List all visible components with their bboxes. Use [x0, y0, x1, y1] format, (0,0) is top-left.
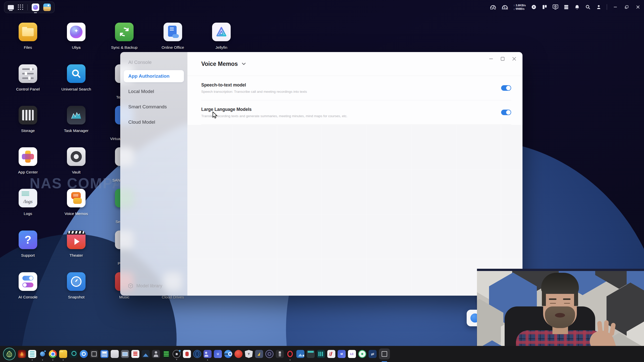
taskbar-file-explorer[interactable]	[59, 350, 67, 358]
search-icon[interactable]	[585, 4, 591, 10]
running-indicator	[63, 359, 64, 360]
taskbar-m-app[interactable]: M	[338, 350, 346, 358]
taskbar-pc-lightning-app[interactable]	[255, 350, 263, 358]
divider	[607, 4, 607, 10]
desktop-icon-ai-console[interactable]: AI Console	[13, 272, 43, 299]
toggle-large-language-models[interactable]	[501, 110, 511, 115]
taskbar-chrome-browser[interactable]	[49, 350, 57, 358]
taskbar-profile-app[interactable]	[152, 350, 160, 358]
desktop-icon-task-manager[interactable]: Task Manager	[61, 106, 91, 133]
remote-monitor-icon[interactable]	[553, 4, 558, 10]
taskbar-lc-app[interactable]: LC	[348, 350, 356, 358]
disc-icon[interactable]	[531, 4, 537, 10]
taskbar-blue-sphere-app[interactable]	[38, 350, 47, 358]
taskbar-u-app[interactable]: U	[214, 350, 222, 358]
sidebar-item-local-model[interactable]: Local Model	[124, 85, 184, 98]
uliya-app-thumbnail[interactable]	[32, 4, 39, 11]
taskbar-flame-app[interactable]	[18, 350, 26, 358]
vault-label: Vault	[72, 170, 80, 174]
taskbar-opera-browser[interactable]	[286, 350, 294, 358]
desktop-icon-sync-backup[interactable]: Sync & Backup	[109, 23, 139, 50]
network-speed[interactable]: ↑ 3.8KB/s ↓ 998B/s	[513, 4, 526, 11]
app-selector[interactable]: Voice Memos	[187, 52, 522, 76]
model-library-link[interactable]: Model library	[128, 283, 162, 289]
desktop-icon-support[interactable]: Support	[13, 231, 43, 258]
desktop-icon-snapshot[interactable]: Snapshot	[61, 272, 91, 299]
presenter-hair	[541, 273, 579, 294]
voice-memos-icon	[67, 189, 86, 207]
taskbar-teal-search-app[interactable]	[69, 350, 77, 358]
app-grid-icon[interactable]	[18, 5, 23, 10]
setting-title: Large Language Models	[201, 107, 347, 112]
ram-gauge[interactable]: RAM	[502, 4, 508, 10]
desktop-icon-universal-search[interactable]: Universal Search	[61, 64, 91, 92]
taskbar-teams-app[interactable]	[204, 350, 212, 358]
desktop-icon-theater[interactable]: Theater	[61, 231, 91, 258]
sidebar-items: App AuthorizationLocal ModelSmart Comman…	[124, 70, 184, 128]
app-center-icon	[19, 147, 37, 166]
taskbar-media-film-app[interactable]	[131, 350, 139, 358]
taskbar-frame-capture-app[interactable]	[90, 350, 98, 358]
vault-icon	[67, 147, 86, 166]
desktop-icon-files[interactable]: Files	[13, 23, 43, 50]
sidebar-item-cloud-model[interactable]: Cloud Model	[124, 116, 184, 128]
universal-search-icon	[67, 64, 86, 83]
taskbar-usb-tool-app[interactable]	[276, 350, 284, 358]
desktop-icon-voice-memos[interactable]: Voice Memos	[61, 189, 91, 216]
window-maximize-button[interactable]	[500, 56, 505, 62]
taskbar-photo-app[interactable]	[142, 350, 150, 358]
desktop-icon-logs[interactable]: /logsLogs	[13, 189, 43, 216]
presenter-brow	[563, 298, 571, 300]
window-close-button[interactable]	[511, 56, 517, 62]
taskbar-equalizer-app[interactable]	[317, 350, 325, 358]
taskbar-gli-app[interactable]: gli	[369, 350, 377, 358]
sidebar-item-smart-commands[interactable]: Smart Commands	[124, 101, 184, 113]
desktop-icon-storage[interactable]: Storage	[13, 106, 43, 133]
taskbar-shield-y-app[interactable]: Y	[245, 350, 253, 358]
taskbar-zoom-meet-app[interactable]: zm	[224, 350, 232, 358]
taskbar-calculator-app[interactable]	[307, 350, 315, 358]
taskbar-start-shell[interactable]	[3, 348, 16, 360]
cpu-gauge[interactable]: CPU	[490, 4, 496, 10]
window-minimize-button[interactable]	[488, 56, 494, 62]
server-list-icon[interactable]	[564, 4, 569, 10]
taskbar-obs-studio[interactable]	[173, 350, 181, 358]
taskbar-notepad-app[interactable]	[28, 350, 36, 358]
running-indicator	[176, 359, 177, 360]
desktop-icon-app-center[interactable]: App Center	[13, 147, 43, 174]
desktop-icon-jellyfin[interactable]: Jellyfin	[206, 23, 236, 50]
taskbar-remote-pc-app[interactable]	[121, 350, 129, 358]
taskbar-blue-zoom-app[interactable]	[80, 350, 88, 358]
taskbar-database-app[interactable]	[183, 350, 191, 358]
tray-close-button[interactable]	[635, 4, 641, 10]
gallery-app-thumbnail[interactable]	[43, 4, 51, 11]
bell-icon[interactable]	[574, 4, 580, 10]
taskbar-red-mark-app[interactable]	[327, 350, 335, 358]
zoom-meet-app-glyph: zm	[224, 352, 228, 355]
taskbar-globe-network-app[interactable]	[193, 350, 201, 358]
online-office-icon	[164, 23, 182, 41]
desktop-icon-online-office[interactable]: Online Office	[158, 23, 188, 50]
sidebar-item-app-authorization[interactable]: App Authorization	[124, 70, 184, 82]
taskbar-rings-app[interactable]	[265, 350, 273, 358]
lc-app-glyph: LC	[350, 353, 353, 355]
sync-backup-icon	[115, 23, 134, 41]
show-desktop-icon[interactable]	[8, 5, 14, 10]
desktop-icon-uliya[interactable]: Uliya	[61, 23, 91, 50]
taskbar-active-capture-app[interactable]	[379, 348, 390, 359]
panels-icon[interactable]	[542, 4, 547, 10]
storage-label: Storage	[21, 128, 35, 133]
taskbar-white-box-app[interactable]	[111, 350, 119, 358]
taskbar-green-q-app[interactable]	[358, 350, 366, 358]
taskbar-image-viewer-app[interactable]	[296, 350, 304, 358]
taskbar-red-orb-app[interactable]	[234, 350, 243, 358]
user-icon[interactable]	[596, 4, 601, 10]
window-controls	[488, 56, 517, 62]
desktop-icon-control-panel[interactable]: Control Panel	[13, 64, 43, 92]
tray-minimize-button[interactable]	[612, 4, 618, 10]
taskbar-green-server-app[interactable]	[162, 350, 170, 358]
toggle-speech-to-text[interactable]	[501, 85, 511, 91]
desktop-icon-vault[interactable]: Vault	[61, 147, 91, 174]
tray-restore-button[interactable]	[624, 4, 630, 10]
taskbar-blue-window-app[interactable]	[100, 350, 108, 358]
